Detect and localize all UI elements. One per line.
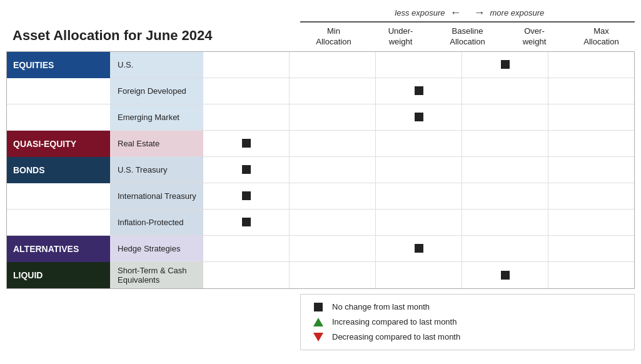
ip-min xyxy=(203,210,290,235)
us-baseline xyxy=(376,52,462,78)
quasi-equity-category: QUASI-EQUITY xyxy=(7,131,110,157)
allocation-table: EQUITIES U.S. Foreign Developed Emerging… xyxy=(6,51,635,289)
marker-icon xyxy=(415,86,423,95)
equities-category: EQUITIES xyxy=(7,52,110,78)
marker-icon xyxy=(501,271,510,280)
liquid-category: LIQUID xyxy=(7,262,110,288)
col-under: Under-weight xyxy=(367,24,434,51)
ip-max xyxy=(548,210,634,235)
marker-icon xyxy=(415,113,423,121)
ust-min xyxy=(203,157,290,183)
it-max xyxy=(548,183,634,209)
table-row: QUASI-EQUITY Real Estate xyxy=(7,131,634,157)
ust-max xyxy=(548,157,634,183)
legend-triangle-down-icon xyxy=(313,332,323,342)
less-exposure-label: less exposure xyxy=(300,8,450,18)
em-baseline xyxy=(376,104,462,130)
inflation-protected-label: Inflation-Protected xyxy=(110,210,203,235)
col-over: Over-weight xyxy=(501,24,568,51)
em-min xyxy=(203,104,290,130)
triangle-down-shape xyxy=(313,333,323,341)
legend-no-change: No change from last month xyxy=(313,302,622,312)
it-over xyxy=(462,183,548,209)
table-row: BONDS U.S. Treasury xyxy=(7,157,634,183)
st-max xyxy=(548,262,634,288)
alternatives-label: ALTERNATIVES xyxy=(13,244,79,254)
equities-label: EQUITIES xyxy=(13,60,54,70)
us-over xyxy=(462,52,548,78)
col-max: MaxAllocation xyxy=(568,24,635,51)
left-arrow-icon: ← xyxy=(450,6,462,19)
us-treasury-label: U.S. Treasury xyxy=(110,157,203,183)
fd-under xyxy=(290,78,376,104)
short-term-label: Short-Term & Cash Equivalents xyxy=(110,262,203,288)
marker-icon xyxy=(242,218,251,226)
right-arrow-icon: → xyxy=(474,6,485,19)
legend-decreasing: Decreasing compared to last month xyxy=(313,332,622,342)
fd-max xyxy=(548,78,634,104)
marker-icon xyxy=(242,165,251,174)
more-exposure-label: more exposure xyxy=(485,8,635,18)
it-min xyxy=(203,183,290,209)
table-row: International Treasury xyxy=(7,183,634,210)
re-under xyxy=(290,131,376,156)
legend-square-icon xyxy=(313,302,323,312)
st-under xyxy=(290,262,376,288)
st-baseline xyxy=(376,262,462,288)
em-max xyxy=(548,104,634,130)
em-under xyxy=(290,104,376,130)
it-baseline xyxy=(376,183,462,209)
it-under xyxy=(290,183,376,209)
marker-icon xyxy=(242,139,251,148)
table-row: Inflation-Protected xyxy=(7,210,634,236)
ip-baseline xyxy=(376,210,462,235)
column-headers: MinAllocation Under-weight BaselineAlloc… xyxy=(300,24,635,51)
legend-increasing-text: Increasing compared to last month xyxy=(332,317,457,326)
triangle-up-shape xyxy=(313,318,323,326)
fd-min xyxy=(203,78,290,104)
alternatives-category: ALTERNATIVES xyxy=(7,236,110,262)
ust-over xyxy=(462,157,548,183)
marker-icon xyxy=(501,60,510,69)
fd-baseline xyxy=(376,78,462,104)
legend-increasing: Increasing compared to last month xyxy=(313,317,622,327)
hs-over xyxy=(462,236,548,261)
col-baseline: BaselineAllocation xyxy=(434,24,501,51)
foreign-developed-label: Foreign Developed xyxy=(110,78,203,104)
re-baseline xyxy=(376,131,462,156)
re-over xyxy=(462,131,548,156)
legend-no-change-text: No change from last month xyxy=(332,302,430,311)
hs-baseline xyxy=(376,236,462,261)
us-max xyxy=(548,52,634,78)
marker-icon xyxy=(415,244,423,253)
hs-min xyxy=(203,236,290,261)
legend: No change from last month Increasing com… xyxy=(300,294,635,350)
bonds-label: BONDS xyxy=(13,165,45,175)
re-min xyxy=(203,131,290,156)
ip-under xyxy=(290,210,376,235)
legend-triangle-up-icon xyxy=(313,317,323,327)
main-container: Asset Allocation for June 2024 less expo… xyxy=(0,0,641,356)
fd-over xyxy=(462,78,548,104)
bonds-category: BONDS xyxy=(7,157,110,183)
square-marker xyxy=(314,303,323,311)
table-row: Foreign Developed xyxy=(7,78,634,104)
table-row: LIQUID Short-Term & Cash Equivalents xyxy=(7,262,634,288)
st-over xyxy=(462,262,548,288)
ip-over xyxy=(462,210,548,235)
hs-under xyxy=(290,236,376,261)
us-min xyxy=(203,52,290,78)
liquid-label: LIQUID xyxy=(13,270,43,280)
table-row: EQUITIES U.S. xyxy=(7,52,634,78)
hs-max xyxy=(548,236,634,261)
quasi-equity-label: QUASI-EQUITY xyxy=(13,139,76,149)
col-min: MinAllocation xyxy=(300,24,367,51)
us-under xyxy=(290,52,376,78)
em-over xyxy=(462,104,548,130)
us-equities-label: U.S. xyxy=(110,52,203,78)
marker-icon xyxy=(242,191,251,200)
real-estate-label: Real Estate xyxy=(110,131,203,156)
page-title: Asset Allocation for June 2024 xyxy=(6,28,213,44)
hedge-strategies-label: Hedge Strategies xyxy=(110,236,203,261)
emerging-market-label: Emerging Market xyxy=(110,104,203,130)
